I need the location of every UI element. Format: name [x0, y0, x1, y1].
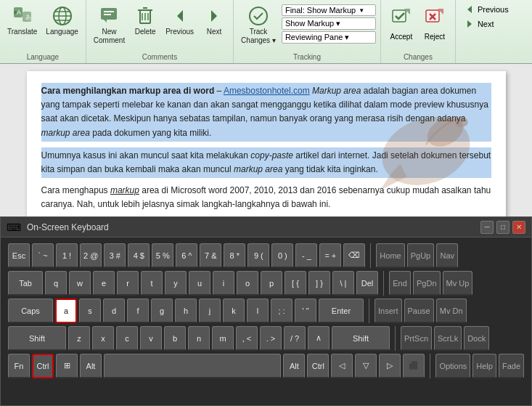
key-rbracket[interactable]: ] }	[308, 271, 330, 296]
key-i[interactable]: i	[213, 271, 234, 296]
key-del[interactable]: Del	[356, 271, 378, 296]
key-z[interactable]: z	[68, 326, 90, 351]
key-h[interactable]: h	[175, 299, 197, 323]
key-c[interactable]: c	[116, 326, 138, 351]
key-4[interactable]: 4 $	[128, 243, 150, 268]
key-shift-right[interactable]: Shift	[332, 326, 390, 351]
key-alt-right[interactable]: Alt	[283, 354, 305, 378]
key-backslash[interactable]: \ |	[332, 271, 354, 296]
key-f[interactable]: f	[127, 299, 149, 323]
key-n[interactable]: n	[188, 326, 210, 351]
key-5[interactable]: 5 %	[152, 243, 173, 268]
key-w[interactable]: w	[69, 271, 91, 296]
reviewing-pane-dropdown[interactable]: Reviewing Pane ▾	[282, 31, 376, 44]
key-o[interactable]: o	[237, 271, 258, 296]
key-grave[interactable]: ` ~	[32, 243, 54, 268]
key-dock[interactable]: Dock	[464, 326, 489, 351]
key-ctrl-left[interactable]: Ctrl	[32, 354, 54, 378]
final-show-markup-dropdown[interactable]: Final: Show Markup ▼	[282, 4, 376, 16]
translate-button[interactable]: Aaあ Translate	[4, 3, 40, 38]
key-comma[interactable]: , <	[236, 326, 258, 351]
previous-change-label: Previous	[478, 5, 509, 14]
key-pgdn[interactable]: PgDn	[413, 271, 441, 296]
key-0[interactable]: 0 )	[271, 243, 293, 268]
track-changes-button[interactable]: TrackChanges ▾	[238, 3, 279, 46]
key-t[interactable]: t	[141, 271, 163, 296]
key-8[interactable]: 8 *	[224, 243, 245, 268]
key-6[interactable]: 6 ^	[176, 243, 197, 268]
key-v[interactable]: v	[140, 326, 162, 351]
key-l[interactable]: l	[247, 299, 269, 323]
reject-button[interactable]: Reject	[419, 3, 451, 52]
key-nav[interactable]: Nav	[436, 243, 458, 268]
key-pgup[interactable]: PgUp	[407, 243, 435, 268]
key-caret[interactable]: ∧	[308, 326, 330, 351]
key-e[interactable]: e	[93, 271, 115, 296]
language-button[interactable]: Language	[43, 3, 81, 38]
key-scrlk[interactable]: ScrLk	[434, 326, 462, 351]
delete-button[interactable]: Delete	[131, 3, 160, 38]
key-arrow-right[interactable]: ▷	[379, 354, 401, 378]
key-backspace[interactable]: ⌫	[343, 243, 365, 268]
key-home[interactable]: Home	[376, 243, 404, 268]
key-enter[interactable]: Enter	[319, 299, 364, 323]
key-q[interactable]: q	[45, 271, 67, 296]
key-equals[interactable]: = +	[319, 243, 341, 268]
key-fade[interactable]: Fade	[499, 354, 524, 378]
next-change-button[interactable]: Next	[460, 17, 513, 31]
key-space[interactable]	[104, 354, 281, 378]
key-minus[interactable]: - _	[295, 243, 317, 268]
key-p[interactable]: p	[261, 271, 282, 296]
key-u[interactable]: u	[189, 271, 210, 296]
key-a[interactable]: a	[55, 299, 77, 323]
new-comment-button[interactable]: NewComment	[91, 3, 128, 46]
key-ctrl-right[interactable]: Ctrl	[307, 354, 329, 378]
key-b[interactable]: b	[164, 326, 186, 351]
key-lbracket[interactable]: [ {	[285, 271, 306, 296]
key-period[interactable]: . >	[260, 326, 282, 351]
osk-minimize-button[interactable]: ─	[480, 221, 494, 234]
key-caps[interactable]: Caps	[8, 299, 53, 323]
key-x[interactable]: x	[92, 326, 114, 351]
key-r[interactable]: r	[117, 271, 139, 296]
key-s[interactable]: s	[79, 299, 101, 323]
key-9[interactable]: 9 (	[247, 243, 269, 268]
key-end[interactable]: End	[389, 271, 411, 296]
key-m[interactable]: m	[212, 326, 234, 351]
key-alt-left[interactable]: Alt	[80, 354, 102, 378]
previous-change-button[interactable]: Previous	[460, 3, 513, 16]
key-g[interactable]: g	[151, 299, 173, 323]
key-7[interactable]: 7 &	[200, 243, 221, 268]
osk-maximize-button[interactable]: □	[496, 221, 510, 234]
key-k[interactable]: k	[223, 299, 245, 323]
previous-comment-button[interactable]: Previous	[163, 3, 197, 38]
key-esc[interactable]: Esc	[8, 243, 30, 268]
osk-close-button[interactable]: ✕	[512, 221, 525, 234]
key-j[interactable]: j	[199, 299, 221, 323]
key-d[interactable]: d	[103, 299, 125, 323]
key-numpad[interactable]: ⬛	[403, 354, 425, 378]
key-arrow-down[interactable]: ▽	[355, 354, 377, 378]
key-options[interactable]: Options	[435, 354, 470, 378]
show-markup-dropdown[interactable]: Show Markup ▾	[282, 17, 376, 30]
key-pause[interactable]: Pause	[404, 299, 434, 323]
key-mvdn[interactable]: Mv Dn	[436, 299, 467, 323]
key-y[interactable]: y	[165, 271, 187, 296]
key-2[interactable]: 2 @	[80, 243, 102, 268]
key-3[interactable]: 3 #	[104, 243, 126, 268]
key-fn[interactable]: Fn	[8, 354, 30, 378]
key-prtscn[interactable]: PrtScn	[401, 326, 432, 351]
key-insert[interactable]: Insert	[375, 299, 402, 323]
key-1[interactable]: 1 !	[56, 243, 78, 268]
key-help[interactable]: Help	[472, 354, 496, 378]
accept-button[interactable]: Accept	[385, 3, 417, 52]
key-slash[interactable]: / ?	[284, 326, 306, 351]
key-shift-left[interactable]: Shift	[8, 326, 66, 351]
key-tab[interactable]: Tab	[8, 271, 43, 296]
next-comment-button[interactable]: Next	[200, 3, 229, 38]
key-semicolon[interactable]: ; :	[271, 299, 292, 323]
key-mvup[interactable]: Mv Up	[443, 271, 473, 296]
key-win[interactable]: ⊞	[56, 354, 78, 378]
key-quote[interactable]: ' "	[295, 299, 316, 323]
key-arrow-left[interactable]: ◁	[331, 354, 353, 378]
